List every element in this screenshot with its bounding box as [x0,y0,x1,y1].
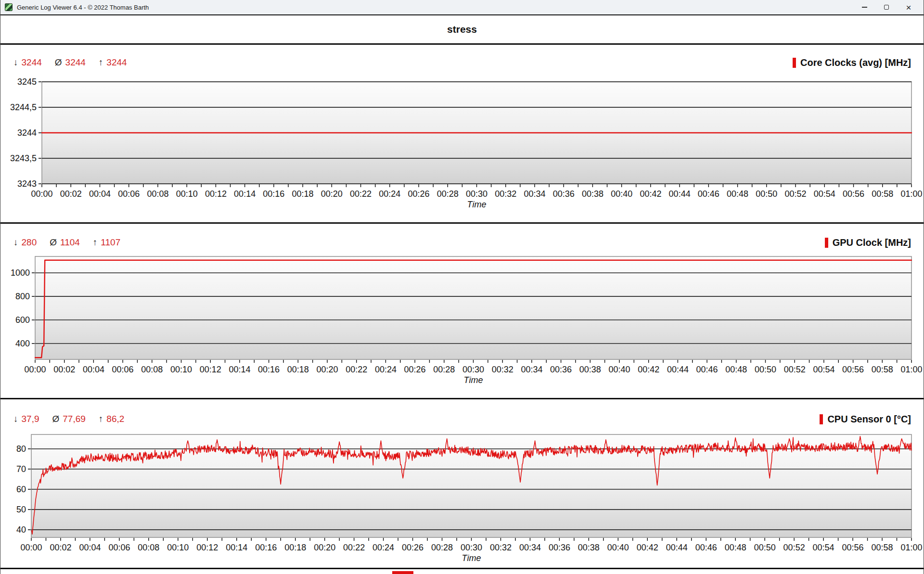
svg-text:00:10: 00:10 [170,365,192,374]
svg-text:00:38: 00:38 [579,365,601,374]
svg-text:00:54: 00:54 [813,543,834,552]
svg-text:Time: Time [464,375,483,385]
svg-text:00:12: 00:12 [200,365,221,374]
svg-text:00:36: 00:36 [550,365,572,374]
svg-text:00:34: 00:34 [524,189,545,199]
svg-text:00:00: 00:00 [31,189,52,199]
svg-text:00:24: 00:24 [372,543,394,552]
svg-text:00:12: 00:12 [196,543,218,552]
svg-text:00:34: 00:34 [519,543,541,552]
svg-text:00:28: 00:28 [431,543,453,552]
svg-text:3243,5: 3243,5 [10,153,37,163]
svg-text:00:10: 00:10 [176,189,198,199]
svg-text:00:56: 00:56 [842,365,864,374]
svg-text:00:26: 00:26 [404,365,426,374]
svg-text:00:18: 00:18 [284,543,306,552]
svg-text:00:02: 00:02 [50,543,71,552]
svg-text:00:30: 00:30 [466,189,488,199]
partial-next-panel-marker [392,571,413,574]
svg-text:00:46: 00:46 [695,543,717,552]
svg-text:00:44: 00:44 [666,543,688,552]
svg-text:00:54: 00:54 [814,189,835,199]
chart-cpu-sensor[interactable]: 807060504000:0000:0200:0400:0600:0800:10… [0,399,924,568]
svg-text:00:02: 00:02 [53,365,75,374]
svg-text:00:48: 00:48 [725,365,747,374]
svg-text:00:30: 00:30 [462,365,484,374]
svg-text:01:00: 01:00 [900,543,922,552]
svg-text:00:42: 00:42 [638,365,659,374]
svg-text:00:28: 00:28 [433,365,455,374]
svg-text:00:04: 00:04 [89,189,111,199]
maximize-button[interactable] [875,0,898,14]
svg-text:00:46: 00:46 [698,189,719,199]
chart-panel-gpu-clock: ↓ 280 Ø 1104 ↑ 1107 GPU Clock [MHz] 1000… [0,224,924,399]
app-window: Generic Log Viewer 6.4 - © 2022 Thomas B… [0,0,924,574]
minimize-button[interactable] [853,0,875,14]
svg-text:00:20: 00:20 [321,189,343,199]
svg-text:00:42: 00:42 [640,189,661,199]
svg-text:00:46: 00:46 [696,365,718,374]
svg-text:00:56: 00:56 [843,189,864,199]
svg-text:00:40: 00:40 [611,189,632,199]
svg-text:00:22: 00:22 [350,189,372,199]
chart-gpu-clock[interactable]: 100080060040000:0000:0200:0400:0600:0800… [0,224,924,398]
svg-text:3244,5: 3244,5 [10,102,37,112]
svg-text:00:14: 00:14 [234,189,256,199]
svg-text:00:48: 00:48 [725,543,746,552]
svg-text:00:42: 00:42 [637,543,658,552]
svg-text:00:40: 00:40 [608,365,630,374]
svg-text:00:54: 00:54 [813,365,834,374]
svg-text:50: 50 [16,505,26,514]
svg-text:00:16: 00:16 [258,365,280,374]
partial-next-panel [0,569,924,574]
svg-text:00:50: 00:50 [755,365,776,374]
page-title: stress [447,24,477,35]
svg-text:00:58: 00:58 [872,189,893,199]
svg-text:00:44: 00:44 [669,189,691,199]
svg-text:00:20: 00:20 [316,365,338,374]
svg-text:00:50: 00:50 [756,189,777,199]
svg-text:00:32: 00:32 [490,543,512,552]
svg-text:00:56: 00:56 [842,543,864,552]
svg-text:3244: 3244 [17,128,37,138]
svg-text:00:30: 00:30 [461,543,482,552]
svg-text:00:12: 00:12 [205,189,227,199]
svg-text:00:08: 00:08 [147,189,168,199]
svg-text:600: 600 [15,315,30,325]
svg-text:00:08: 00:08 [138,543,159,552]
chart-core-clocks[interactable]: 32453244,532443243,5324300:0000:0200:040… [0,45,924,222]
svg-text:00:32: 00:32 [495,189,516,199]
minimize-icon [862,7,867,8]
svg-text:00:14: 00:14 [229,365,250,374]
svg-text:00:06: 00:06 [118,189,140,199]
svg-text:00:38: 00:38 [582,189,603,199]
svg-text:00:58: 00:58 [872,543,893,552]
svg-text:Time: Time [462,553,481,563]
close-icon: × [906,3,911,12]
svg-text:00:48: 00:48 [727,189,748,199]
titlebar: Generic Log Viewer 6.4 - © 2022 Thomas B… [0,0,924,14]
svg-text:Time: Time [467,200,487,209]
svg-text:70: 70 [16,464,26,474]
svg-text:00:06: 00:06 [112,365,134,374]
svg-text:00:52: 00:52 [785,189,807,199]
svg-text:00:34: 00:34 [521,365,542,374]
svg-text:00:40: 00:40 [607,543,629,552]
svg-text:00:08: 00:08 [141,365,163,374]
svg-text:3243: 3243 [17,179,37,189]
svg-text:1000: 1000 [11,268,30,278]
svg-text:00:26: 00:26 [408,189,430,199]
svg-text:00:16: 00:16 [263,189,284,199]
svg-text:800: 800 [15,292,30,301]
svg-text:80: 80 [16,444,26,454]
svg-text:00:10: 00:10 [167,543,189,552]
close-button[interactable]: × [898,0,920,14]
svg-text:00:36: 00:36 [553,189,575,199]
window-title: Generic Log Viewer 6.4 - © 2022 Thomas B… [17,4,149,11]
chart-panel-cpu-sensor: ↓ 37,9 Ø 77,69 ↑ 86,2 CPU Sensor 0 [°C] … [0,399,924,569]
svg-text:00:24: 00:24 [379,189,400,199]
svg-text:400: 400 [15,339,30,348]
svg-text:00:36: 00:36 [549,543,570,552]
window-controls: × [853,0,920,14]
maximize-icon [884,5,889,10]
